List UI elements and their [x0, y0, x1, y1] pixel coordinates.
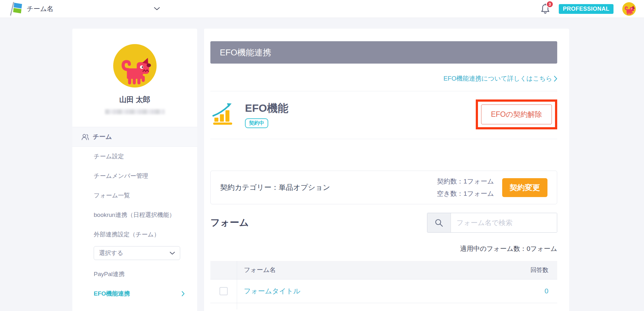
dog-avatar-icon — [623, 4, 636, 16]
plan-badge[interactable]: PROFESSIONAL — [559, 4, 613, 14]
form-responses-link[interactable]: 0 — [545, 287, 548, 295]
notification-count-badge: 3 — [546, 1, 553, 8]
dog-avatar-icon — [116, 54, 153, 88]
efo-cancel-contract-button[interactable]: EFOの契約解除 — [481, 105, 552, 124]
page-title: EFO機能連携 — [220, 47, 271, 58]
user-email-redacted — [105, 109, 165, 114]
user-profile-avatar — [113, 44, 157, 88]
search-icon — [435, 218, 443, 227]
form-search-input[interactable] — [451, 213, 557, 232]
team-name: チーム名 — [27, 4, 53, 13]
change-contract-button[interactable]: 契約変更 — [502, 178, 547, 197]
chevron-right-icon — [554, 76, 557, 82]
sidebar: 山田 太郎 チーム チーム設定 チームメンバー管理 フォーム一覧 bookrun… — [72, 29, 197, 311]
contract-free-count: 空き数：1フォーム — [437, 188, 494, 200]
integration-select-value: 選択する — [99, 249, 123, 257]
sidebar-item-external-integrations[interactable]: 外部連携設定（チーム） — [72, 225, 197, 244]
sidebar-section-team: チーム — [72, 127, 197, 147]
contract-category: 契約カテゴリー：単品オプション — [220, 183, 330, 192]
forms-table: フォーム名 回答数 フォームタイトル 0 — [210, 261, 557, 309]
team-switcher[interactable]: チーム名 — [8, 2, 160, 16]
notifications-button[interactable]: 3 — [541, 3, 550, 14]
page-title-banner: EFO機能連携 — [210, 41, 557, 64]
user-name: 山田 太郎 — [72, 95, 197, 105]
chevron-down-icon — [154, 6, 160, 12]
table-row: フォームタイトル 0 — [210, 279, 557, 303]
table-row-partial — [210, 303, 557, 309]
table-header-row: フォーム名 回答数 — [210, 261, 557, 279]
annotation-highlight-box: EFOの契約解除 — [476, 99, 557, 129]
search-button[interactable] — [427, 213, 451, 232]
row-checkbox[interactable] — [219, 287, 228, 295]
header-checkbox-column — [210, 261, 237, 279]
sidebar-item-efo[interactable]: EFO機能連携 — [72, 284, 197, 303]
user-avatar[interactable] — [622, 2, 636, 16]
sidebar-item-team-settings[interactable]: チーム設定 — [72, 147, 197, 166]
contract-count: 契約数：1フォーム — [437, 175, 494, 188]
integration-select[interactable]: 選択する — [94, 246, 180, 260]
formrun-logo-icon — [8, 2, 23, 16]
top-header: チーム名 3 PROFESSIONAL — [0, 0, 644, 18]
efo-chart-icon — [212, 102, 237, 127]
sidebar-item-paypal[interactable]: PayPal連携 — [72, 264, 197, 284]
contract-status-badge: 契約中 — [245, 118, 268, 128]
sidebar-item-bookrun[interactable]: bookrun連携（日程選択機能） — [72, 205, 197, 225]
feature-title: EFO機能 — [245, 101, 288, 116]
column-header-responses: 回答数 — [516, 261, 557, 279]
chevron-down-icon — [170, 252, 175, 255]
contract-summary-box: 契約カテゴリー：単品オプション 契約数：1フォーム 空き数：1フォーム 契約変更 — [210, 171, 557, 204]
team-people-icon — [81, 133, 89, 140]
form-search-box — [427, 213, 557, 233]
column-header-form-name: フォーム名 — [237, 261, 516, 279]
sidebar-item-form-list[interactable]: フォーム一覧 — [72, 186, 197, 205]
main-panel: EFO機能連携 EFO機能連携について詳しくはこちら EFO機能 契約中 EFO… — [204, 29, 569, 311]
divider — [210, 139, 557, 139]
efo-help-link[interactable]: EFO機能連携について詳しくはこちら — [443, 74, 552, 83]
chevron-right-icon — [182, 291, 185, 296]
forms-section-title: フォーム — [210, 216, 249, 229]
form-title-link[interactable]: フォームタイトル — [244, 287, 301, 295]
sidebar-item-team-members[interactable]: チームメンバー管理 — [72, 166, 197, 186]
applied-forms-count: 適用中のフォーム数：0フォーム — [210, 244, 557, 253]
sidebar-section-label: チーム — [93, 133, 112, 141]
